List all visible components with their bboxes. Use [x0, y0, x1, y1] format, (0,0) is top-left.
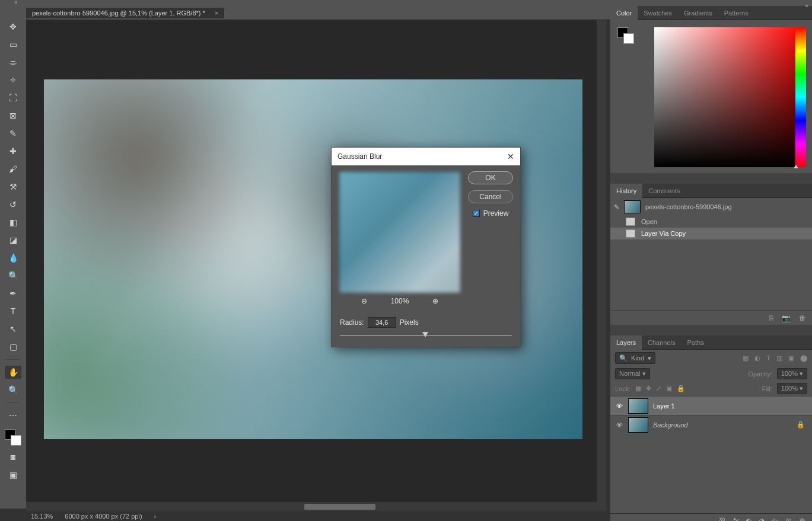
- layer-name[interactable]: Background: [653, 421, 688, 429]
- group-layers-icon[interactable]: 🗀: [772, 517, 779, 522]
- hue-slider[interactable]: [795, 27, 806, 167]
- expand-panels-icon[interactable]: »: [14, 0, 18, 5]
- hand-tool[interactable]: ✋: [5, 366, 21, 379]
- filter-pixel-icon[interactable]: ▩: [743, 354, 749, 362]
- filter-smart-icon[interactable]: ▣: [788, 354, 794, 362]
- filter-toggle-icon[interactable]: ⬤: [800, 354, 807, 362]
- ok-button[interactable]: OK: [468, 171, 513, 184]
- blur-tool[interactable]: 💧: [5, 251, 21, 264]
- adjustment-layer-icon[interactable]: ◑: [759, 517, 765, 522]
- gradient-tool[interactable]: ◪: [5, 234, 21, 247]
- zoom-tool[interactable]: 🔍: [5, 383, 21, 397]
- history-brush-source-icon[interactable]: ✎: [614, 203, 619, 211]
- background-color[interactable]: [11, 435, 21, 446]
- move-tool[interactable]: ✥: [5, 20, 21, 33]
- layer-thumbnail[interactable]: [628, 417, 648, 433]
- eraser-tool[interactable]: ◧: [5, 216, 21, 229]
- close-tab-icon[interactable]: ×: [215, 9, 218, 17]
- tab-paths[interactable]: Paths: [682, 335, 710, 350]
- color-field[interactable]: [654, 27, 803, 167]
- new-layer-icon[interactable]: ⊞: [786, 517, 792, 522]
- lock-pixels-icon[interactable]: ▦: [635, 385, 641, 392]
- tab-history[interactable]: History: [610, 184, 642, 198]
- crop-tool[interactable]: ⛶: [5, 91, 21, 104]
- tab-gradients[interactable]: Gradients: [678, 6, 718, 20]
- scrollbar-thumb[interactable]: [304, 504, 375, 510]
- collapse-panels-icon[interactable]: «: [805, 2, 808, 9]
- snapshot-icon[interactable]: 📷: [782, 314, 791, 322]
- layer-style-icon[interactable]: fx: [733, 517, 738, 522]
- preview-checkbox[interactable]: ✓ Preview: [473, 209, 509, 218]
- type-tool[interactable]: T: [5, 305, 21, 318]
- fill-input[interactable]: 100% ▾: [777, 383, 807, 394]
- wand-tool[interactable]: ✧: [5, 73, 21, 87]
- rectangle-tool[interactable]: ▢: [5, 340, 21, 353]
- cancel-button[interactable]: Cancel: [468, 190, 513, 203]
- quick-mask-icon[interactable]: ◙: [5, 450, 21, 464]
- layer-name[interactable]: Layer 1: [653, 402, 675, 410]
- zoom-in-icon[interactable]: ⊕: [432, 297, 438, 305]
- new-document-from-state-icon[interactable]: ⎘: [769, 314, 773, 322]
- history-item[interactable]: Open: [610, 216, 812, 228]
- tab-channels[interactable]: Channels: [642, 335, 681, 350]
- pen-tool[interactable]: ✒: [5, 287, 21, 300]
- status-more-icon[interactable]: ›: [154, 513, 157, 520]
- frame-tool[interactable]: ⊠: [5, 109, 21, 122]
- tab-patterns[interactable]: Patterns: [718, 6, 754, 20]
- screen-mode-icon[interactable]: ▣: [5, 468, 21, 481]
- tab-swatches[interactable]: Swatches: [638, 6, 678, 20]
- horizontal-scrollbar[interactable]: [26, 502, 606, 511]
- slider-thumb[interactable]: [422, 332, 428, 337]
- dodge-tool[interactable]: 🔍: [5, 269, 21, 282]
- close-icon[interactable]: ✕: [507, 152, 514, 161]
- tab-color[interactable]: Color: [610, 6, 638, 20]
- visibility-toggle-icon[interactable]: 👁: [615, 402, 623, 410]
- tab-layers[interactable]: Layers: [610, 335, 642, 350]
- delete-layer-icon[interactable]: 🗑: [799, 517, 806, 522]
- zoom-out-icon[interactable]: ⊖: [361, 297, 367, 305]
- dialog-title-bar[interactable]: Gaussian Blur ✕: [332, 148, 520, 165]
- right-panel-column: « Color Swatches Gradients Patterns Hist…: [610, 6, 812, 521]
- document-dimensions[interactable]: 6000 px x 4000 px (72 ppi): [65, 513, 142, 520]
- lock-artboard-icon[interactable]: ⤢: [656, 385, 661, 392]
- history-brush-tool[interactable]: ↺: [5, 198, 21, 211]
- delete-state-icon[interactable]: 🗑: [799, 314, 806, 322]
- radius-input[interactable]: [368, 317, 396, 328]
- heal-tool[interactable]: ✚: [5, 145, 21, 158]
- layer-row[interactable]: 👁 Layer 1: [610, 396, 812, 415]
- lasso-tool[interactable]: ⌯: [5, 56, 21, 69]
- fg-bg-indicator[interactable]: [617, 27, 634, 44]
- vertical-scrollbar[interactable]: [597, 20, 606, 511]
- tab-comments[interactable]: Comments: [642, 184, 686, 198]
- history-item[interactable]: Layer Via Copy: [610, 228, 812, 239]
- lock-position-icon[interactable]: ✥: [646, 385, 651, 392]
- history-document-row[interactable]: ✎ pexels-cottonbro-5990046.jpg: [610, 198, 812, 216]
- blur-preview[interactable]: [339, 171, 461, 293]
- foreground-background-swatch[interactable]: [5, 429, 21, 446]
- layer-row[interactable]: 👁 Background 🔒: [610, 415, 812, 434]
- brush-tool[interactable]: 🖌: [5, 162, 21, 175]
- filter-adjust-icon[interactable]: ◐: [754, 354, 760, 362]
- blend-mode-select[interactable]: Normal ▾: [615, 368, 650, 379]
- lock-nesting-icon[interactable]: ▣: [666, 385, 672, 392]
- marquee-tool[interactable]: ▭: [5, 38, 21, 51]
- stamp-tool[interactable]: ⚒: [5, 180, 21, 193]
- filter-type-icon[interactable]: T: [766, 354, 770, 362]
- visibility-toggle-icon[interactable]: 👁: [615, 421, 623, 429]
- chevron-down-icon: ▾: [648, 354, 651, 362]
- layer-thumbnail[interactable]: [628, 398, 648, 414]
- preview-label: Preview: [483, 209, 509, 218]
- layer-mask-icon[interactable]: ◐: [746, 517, 752, 522]
- path-select-tool[interactable]: ↖: [5, 322, 21, 335]
- background-swatch[interactable]: [623, 33, 634, 44]
- filter-shape-icon[interactable]: ▥: [776, 354, 782, 362]
- edit-toolbar-icon[interactable]: ⋯: [5, 409, 21, 422]
- lock-all-icon[interactable]: 🔒: [677, 385, 685, 392]
- zoom-percentage[interactable]: 15.13%: [31, 513, 53, 520]
- layer-filter-kind[interactable]: 🔍 Kind ▾: [615, 352, 655, 364]
- radius-slider[interactable]: [340, 330, 512, 341]
- document-tab[interactable]: pexels-cottonbro-5990046.jpg @ 15,1% (La…: [26, 8, 224, 18]
- eyedropper-tool[interactable]: ✎: [5, 127, 21, 140]
- opacity-input[interactable]: 100% ▾: [777, 368, 807, 379]
- link-layers-icon[interactable]: ⛓: [719, 517, 726, 522]
